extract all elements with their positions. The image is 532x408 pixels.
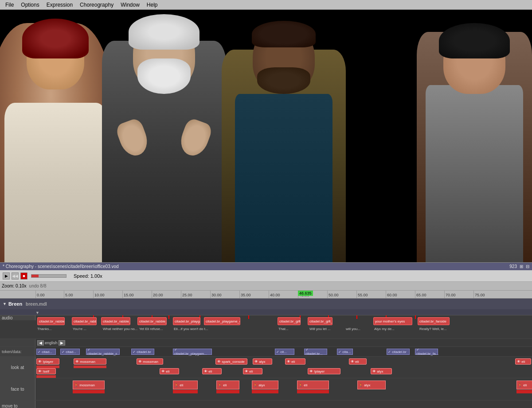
lookat-1-4[interactable]: 👁 spark_console	[215, 358, 247, 365]
token-9[interactable]: ✓ citadel.br	[387, 349, 410, 355]
audio-clip-2[interactable]: citadel.br_rabble_d	[72, 317, 97, 325]
ruler-mark-0: 0.00	[35, 291, 45, 298]
english-sub-7: Will you let ...	[309, 327, 331, 331]
lang-next[interactable]: ▶	[59, 340, 65, 346]
lookat-content[interactable]: 👁 !player 👁 mossman 👁 mossman 👁 spark_co…	[35, 357, 532, 378]
character-rows: ▼ Breen breen.mdl ▼ audio	[0, 299, 532, 408]
english-sub-6: That...	[278, 327, 289, 331]
english-sub-8: will you...	[346, 327, 360, 331]
token-2[interactable]: ✓ citad...	[60, 349, 80, 355]
ruler-mark-30: 30.00	[210, 291, 222, 298]
title-bar: * Choreography - scenes\scenes\citadel\b…	[0, 262, 532, 270]
play-button[interactable]: ▶	[3, 272, 10, 280]
menu-options[interactable]: Options	[17, 1, 43, 9]
moveto-content[interactable]	[35, 400, 532, 408]
audio-clip-10[interactable]: citadel.br_farside	[418, 317, 450, 325]
zoom-label: Zoom: 0.10x	[2, 284, 27, 288]
lookat-1-7[interactable]: 👁 eli	[349, 358, 367, 365]
progress-bar[interactable]	[31, 274, 66, 278]
english-content: ◀ english ▶	[35, 339, 532, 346]
audio-content[interactable]: citadel.br_rabble_d citadel.br_rabble_d …	[35, 315, 532, 338]
english-sub-3: What neither you no...	[103, 327, 137, 331]
rewind-button[interactable]: ◀◀	[12, 272, 19, 280]
token-6[interactable]: ✓ cit...	[275, 349, 294, 355]
token-content[interactable]: ✓ citad... ✓ citad... ✓ citadel.br_rabbl…	[35, 347, 532, 356]
audio-clip-5[interactable]: citadel.br_playgame	[173, 317, 200, 325]
token-row: token/data: ✓ citad... ✓ citad... ✓ cita…	[0, 347, 532, 357]
expand-icon[interactable]: ⊞	[520, 264, 523, 269]
3d-viewport	[0, 10, 532, 262]
token-8[interactable]: ✓ cita...	[337, 349, 353, 355]
stop-button[interactable]: ■	[20, 272, 27, 280]
english-sub-10: Really? Well, le...	[419, 327, 447, 331]
lookat-1-8[interactable]: 👁 eli	[515, 358, 531, 365]
faceto-bar-7	[516, 390, 532, 393]
token-4[interactable]: ✓ citadel.br	[131, 349, 154, 355]
breen-header[interactable]: ▼ Breen breen.mdl	[0, 299, 532, 309]
title-text: * Choreography - scenes\scenes\citadel\b…	[3, 264, 119, 269]
audio-clip-6[interactable]: citadel.br_playgame_c	[204, 317, 240, 325]
audio-track-container: audio citadel.br_rabble_d citadel.br_rab…	[0, 315, 532, 339]
english-sub-1: Thanks...	[37, 327, 52, 331]
progress-fill	[31, 275, 39, 277]
timeline-header: Zoom: 0.10x undo 8/8	[0, 282, 532, 291]
faceto-2[interactable]: 🚶 eli	[173, 381, 198, 389]
audio-clip-8[interactable]: citadel.br_gift_b	[308, 317, 332, 325]
lookat-2-4[interactable]: 👁 eli	[243, 368, 262, 374]
breen-mdl: breen.mdl	[26, 302, 47, 307]
faceto-4[interactable]: 🚶 alyx	[252, 381, 278, 389]
english-sub-2: You're ...	[73, 327, 86, 331]
ruler-mark-25: 25.00	[181, 291, 192, 298]
lookat-2-6[interactable]: 👁 alyx	[371, 368, 392, 374]
ruler-mark-20: 20.00	[152, 291, 163, 298]
lookat-1-1[interactable]: 👁 !player	[36, 358, 59, 365]
ruler-mark-35: 35.00	[239, 291, 251, 298]
lookat-1-2[interactable]: 👁 mossman	[74, 358, 106, 365]
token-10[interactable]: ✓ citadel.br_fa...	[415, 349, 438, 355]
token-5[interactable]: ✓ citadel.br_playgam...	[173, 349, 212, 355]
audio-label: audio	[0, 315, 35, 320]
menu-window[interactable]: Window	[117, 1, 143, 9]
audio-clip-4[interactable]: citadel.br_rabble_d	[137, 317, 167, 325]
token-3[interactable]: ✓ citadel.br_rabble_c	[86, 349, 120, 355]
ruler-mark-55: 55.00	[356, 291, 368, 298]
faceto-6[interactable]: 🚶 alyx	[357, 381, 386, 389]
menu-file[interactable]: File	[2, 1, 17, 9]
lookat-1-3[interactable]: 👁 mossman	[137, 358, 163, 365]
lookat-2-3[interactable]: 👁 eli	[202, 368, 222, 374]
collapse-icon[interactable]: ⊟	[526, 264, 529, 269]
english-sub-5: Eli...if you won't do t...	[174, 327, 208, 331]
audio-clip-9[interactable]: your mother's eyes	[373, 317, 412, 325]
lookat-1-5[interactable]: 👁 alyx	[253, 358, 272, 365]
lookat-1-6[interactable]: 👁 eli	[285, 358, 305, 365]
lookat-bar-2	[74, 365, 106, 368]
faceto-bar-1	[73, 390, 105, 393]
speed-label: Speed: 1.00x	[74, 273, 102, 279]
lang-prev[interactable]: ◀	[37, 340, 44, 346]
red-tick-6	[248, 315, 249, 319]
menu-help[interactable]: Help	[143, 1, 161, 9]
audio-clip-7[interactable]: citadel.br_gift_b	[278, 317, 301, 325]
faceto-bar-6	[252, 390, 268, 393]
red-tick-9	[356, 315, 357, 319]
menu-choreography[interactable]: Choreography	[76, 1, 117, 9]
faceto-3[interactable]: 🚶 eli	[216, 381, 239, 389]
menu-expression[interactable]: Expression	[43, 1, 76, 9]
lookat-2-2[interactable]: 👁 eli	[160, 368, 179, 374]
menubar: File Options Expression Choreography Win…	[0, 0, 532, 10]
faceto-content[interactable]: 🚶 mossman 🚶 eli 🚶 eli 🚶 alyx 🚶 eli 🚶 aly…	[35, 378, 532, 400]
lookat-2-1[interactable]: 👁 !self	[36, 368, 56, 374]
token-1[interactable]: ✓ citad...	[36, 349, 56, 355]
time-ruler[interactable]: 0.00 5.00 10.00 15.00 20.00 25.00 30.00 …	[0, 291, 532, 299]
token-7[interactable]: ✓ citadel.br...	[304, 349, 327, 355]
ruler-mark-5: 5.00	[64, 291, 73, 298]
ruler-mark-60: 60.00	[386, 291, 397, 298]
audio-clip-1[interactable]: citadel.br_rabble_d	[37, 317, 65, 325]
faceto-7[interactable]: 🚶 eli	[516, 381, 532, 389]
collapse-row: ▼	[0, 309, 532, 315]
faceto-1[interactable]: 🚶 mossman	[73, 381, 105, 389]
lookat-2-5[interactable]: 👁 !player	[308, 368, 340, 374]
ruler-mark-10: 10.00	[93, 291, 105, 298]
faceto-5[interactable]: 🚶 eli	[297, 381, 329, 389]
audio-clip-3[interactable]: citadel.br_rabble_c	[101, 317, 130, 325]
